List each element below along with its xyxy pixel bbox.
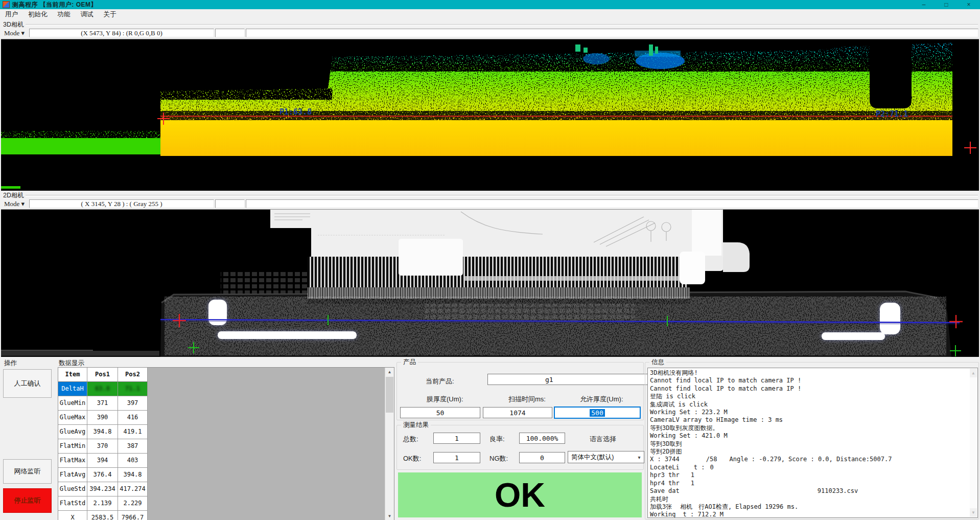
table-row[interactable]: GlueAvg394.8419.1 — [58, 425, 148, 439]
yield-label: 良率: — [489, 435, 505, 444]
log-line: 加载3张相机行AOI检查, Elapsed 19296 ms. — [650, 503, 975, 511]
film-thickness-label: 膜厚度(Um): — [427, 395, 463, 404]
table-row[interactable]: GlueMax390416 — [58, 411, 148, 425]
scroll-thumb[interactable] — [386, 377, 393, 413]
total-label: 总数: — [403, 435, 418, 444]
menu-item-2[interactable]: 功能 — [53, 9, 76, 20]
minimize-button[interactable]: – — [913, 0, 935, 9]
log-line: 等到3D取到 — [650, 440, 975, 448]
table-row[interactable]: FlatAvg376.4394.8 — [58, 468, 148, 482]
menu-item-3[interactable]: 调试 — [76, 9, 99, 20]
grid-header-row: ItemPos1Pos2 — [58, 368, 148, 382]
log-line: Cannot find local IP to match camera IP … — [650, 385, 975, 393]
log-line: LocateLit :0 — [650, 464, 975, 471]
log-scrollbar[interactable]: ▲ ▼ — [970, 369, 977, 517]
log-line: Save dat9110233.csv — [650, 487, 975, 495]
ok-count-field[interactable]: 1 — [433, 452, 480, 463]
3d-mode-dropdown[interactable]: Mode ▾ — [1, 29, 28, 37]
table-row[interactable]: FlatMin370387 — [58, 439, 148, 454]
table-row[interactable]: GlueStd394.234417.274 — [58, 482, 148, 496]
grid-cell: 2.229 — [118, 496, 148, 511]
grid-cell: 7966.7 — [118, 511, 148, 520]
application-window: 测高程序 【当前用户: OEM】 – □ × 用户初始化功能调试关于 3D相机 … — [0, 0, 980, 520]
grid-cell: 390 — [87, 411, 118, 425]
table-row[interactable]: DeltaH63.871.1 — [58, 382, 148, 396]
p2-annotation: P2:71.1 — [876, 109, 908, 119]
current-product-label: 当前产品: — [426, 377, 454, 386]
table-row[interactable]: X2583.57966.7 — [58, 511, 148, 520]
log-line: Working Set : 223.2 M — [650, 409, 975, 416]
operation-section-label: 操作 — [4, 359, 17, 368]
3d-view-canvas[interactable]: P1:63.8 P2:71.1 — [1, 39, 979, 191]
menu-item-0[interactable]: 用户 — [0, 9, 23, 20]
log-scroll-down-arrow[interactable]: ▼ — [970, 508, 977, 517]
log-line: CameraLV array to HImage time : 3 ms — [650, 416, 975, 424]
log-scroll-up-arrow[interactable]: ▲ — [970, 369, 977, 377]
grid-header-cell: Item — [58, 368, 87, 382]
grid-cell: GlueAvg — [58, 425, 87, 439]
menu-item-1[interactable]: 初始化 — [23, 9, 53, 20]
ng-count-label: NG数: — [489, 454, 508, 463]
menu-bar: 用户初始化功能调试关于 — [0, 9, 980, 20]
grid-cell: 394.234 — [87, 482, 118, 496]
maximize-button[interactable]: □ — [935, 0, 958, 9]
manual-confirm-button[interactable]: 人工确认 — [3, 369, 52, 398]
3d-pixel-coordinates: (X 5473, Y 84) : (R 0,G 0,B 0) — [29, 29, 214, 37]
log-line: Cannot find local IP to match camera IP … — [650, 377, 975, 385]
measurement-data-grid[interactable]: ItemPos1Pos2DeltaH63.871.1GlueMin371397G… — [58, 367, 394, 520]
grid-cell: FlatAvg — [58, 468, 87, 482]
window-title: 测高程序 【当前用户: OEM】 — [12, 1, 97, 9]
table-row[interactable]: FlatStd2.1392.229 — [58, 496, 148, 511]
bottom-panel: 操作 人工确认 网络监听 停止监听 数据显示 ItemPos1Pos2Delta… — [0, 357, 980, 520]
ok-count-label: OK数: — [403, 454, 421, 463]
scroll-up-arrow[interactable]: ▲ — [385, 368, 394, 376]
ng-count-field[interactable]: 0 — [519, 452, 565, 463]
stop-listen-button[interactable]: 停止监听 — [3, 488, 52, 513]
log-line: Working Set : 421.0 M — [650, 432, 975, 440]
2d-view-canvas[interactable] — [1, 209, 979, 357]
log-line: 共耗时 — [650, 495, 975, 503]
p1-annotation: P1:63.8 — [279, 107, 312, 117]
info-log[interactable]: 3D相机没有网络!Cannot find local IP to match c… — [647, 368, 978, 518]
allowed-thickness-input[interactable]: 500 — [554, 407, 640, 418]
grid-cell: GlueMax — [58, 411, 87, 425]
grid-cell: FlatMin — [58, 439, 87, 454]
grid-scrollbar[interactable]: ▲ ▼ — [385, 368, 394, 520]
log-line: 集成调试 is click — [650, 401, 975, 409]
2d-mode-dropdown[interactable]: Mode ▾ — [1, 199, 28, 208]
scan-time-input[interactable]: 1074 — [483, 407, 552, 418]
grid-cell: 403 — [118, 454, 148, 468]
yield-field[interactable]: 100.000% — [519, 433, 565, 444]
2d-connector-pins — [308, 257, 687, 288]
language-combobox[interactable]: 简体中文(默认)▾ — [568, 451, 644, 463]
info-group-title: 信息 — [649, 358, 666, 367]
app-icon — [3, 1, 10, 8]
grid-cell: GlueMin — [58, 396, 87, 411]
table-row[interactable]: GlueMin371397 — [58, 396, 148, 411]
grid-cell: 2.139 — [87, 496, 118, 511]
status-result-panel: OK — [398, 472, 642, 517]
log-line: 等到3D取到灰度图数据。 — [650, 424, 975, 432]
total-count-field[interactable]: 1 — [433, 433, 480, 444]
grid-header-cell: Pos2 — [118, 368, 148, 382]
info-groupbox: 信息 3D相机没有网络!Cannot find local IP to matc… — [645, 362, 979, 519]
language-select-label: 语言选择 — [590, 435, 616, 444]
log-line: 登陆 is click — [650, 393, 975, 400]
3d-status-box — [215, 29, 245, 37]
scroll-down-arrow[interactable]: ▼ — [385, 512, 394, 520]
grid-cell: X — [58, 511, 87, 520]
grid-cell: 394 — [87, 454, 118, 468]
close-button[interactable]: × — [958, 0, 980, 9]
grid-header-cell: Pos1 — [87, 368, 118, 382]
log-line: X : 3744/58Angle : -0.279, Score : 0.0, … — [650, 456, 975, 463]
menu-item-4[interactable]: 关于 — [99, 9, 122, 20]
network-listen-button[interactable]: 网络监听 — [3, 459, 52, 484]
log-line: hpr3 thr1 — [650, 471, 975, 479]
table-row[interactable]: FlatMax394403 — [58, 454, 148, 468]
title-bar: 测高程序 【当前用户: OEM】 – □ × — [0, 0, 980, 9]
grid-cell: 2583.5 — [87, 511, 118, 520]
grid-cell: 394.8 — [118, 468, 148, 482]
3d-heightmap-base — [160, 116, 952, 156]
film-thickness-input[interactable]: 50 — [400, 407, 480, 418]
log-line: 3D相机没有网络! — [650, 369, 975, 377]
